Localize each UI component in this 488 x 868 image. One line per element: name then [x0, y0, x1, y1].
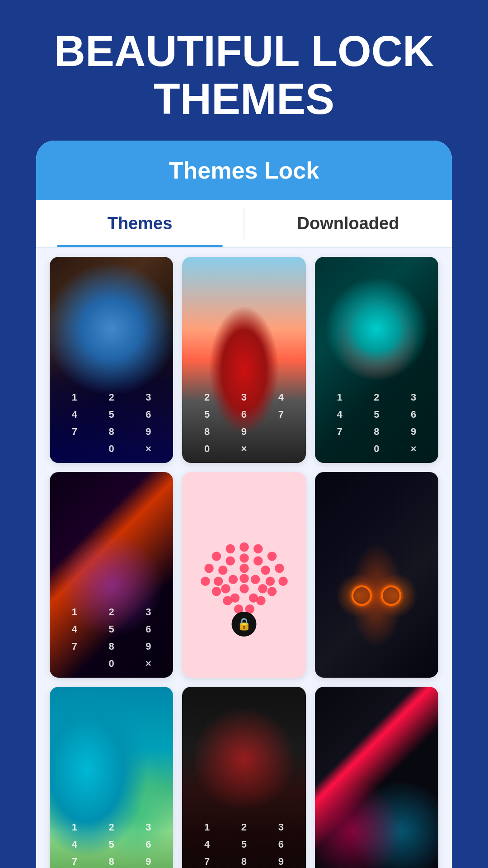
svg-point-27 — [221, 584, 230, 593]
tab-themes[interactable]: Themes — [36, 200, 244, 247]
theme-bg — [315, 472, 438, 678]
theme-card[interactable]: 🔒 — [182, 472, 305, 678]
svg-point-0 — [211, 552, 221, 561]
key: 8 — [94, 639, 129, 654]
key — [263, 424, 299, 439]
key: 4 — [189, 837, 225, 852]
svg-point-19 — [218, 566, 227, 575]
keypad: 1 2 3 4 5 6 7 8 9 0 × — [50, 820, 173, 868]
keypad: 2 3 4 5 6 7 8 9 0 × — [182, 390, 305, 457]
ring-lights — [352, 585, 401, 606]
app-title: Themes Lock — [54, 157, 434, 184]
svg-point-4 — [267, 552, 276, 561]
theme-card[interactable] — [315, 687, 438, 868]
key: 5 — [94, 407, 129, 422]
theme-bg — [315, 687, 438, 868]
svg-point-3 — [253, 544, 262, 553]
svg-point-31 — [249, 593, 258, 602]
themes-grid: 1 2 3 4 5 6 7 8 9 0 × 2 — [36, 248, 452, 868]
svg-point-9 — [211, 587, 221, 596]
key: 9 — [131, 854, 166, 868]
theme-card[interactable] — [315, 472, 438, 678]
key: 3 — [396, 390, 431, 405]
key — [263, 441, 299, 457]
key: 9 — [131, 424, 166, 439]
keypad: 1 2 3 4 5 6 7 8 9 0 × — [50, 390, 173, 457]
key: 9 — [226, 424, 262, 439]
keypad: 1 2 3 4 5 6 7 8 9 0 × — [315, 390, 438, 457]
svg-point-20 — [239, 564, 249, 573]
key: 4 — [57, 837, 92, 852]
key: 1 — [57, 390, 92, 405]
svg-point-8 — [278, 576, 287, 585]
key: 6 — [226, 407, 262, 422]
key: 8 — [189, 424, 225, 439]
key: 2 — [94, 390, 129, 405]
key: 6 — [263, 837, 299, 852]
key: 0 — [189, 441, 225, 457]
svg-point-17 — [239, 553, 249, 562]
app-header: Themes Lock — [36, 141, 452, 200]
key: 1 — [57, 820, 92, 835]
key: 1 — [322, 390, 357, 405]
key: 3 — [131, 390, 166, 405]
key: 6 — [131, 407, 166, 422]
svg-point-2 — [239, 542, 249, 552]
key: 8 — [94, 854, 129, 868]
key: 5 — [359, 407, 394, 422]
hero-title: BEAUTIFUL LOCK THEMES — [0, 0, 488, 141]
svg-point-29 — [258, 584, 267, 593]
key — [322, 441, 357, 457]
theme-card[interactable]: 1 2 3 4 5 6 7 8 9 0 × — [182, 687, 305, 868]
key — [57, 441, 92, 457]
key: 9 — [396, 424, 431, 439]
key: 3 — [226, 390, 262, 405]
svg-point-7 — [201, 576, 210, 585]
key — [57, 656, 92, 671]
key: 6 — [131, 622, 166, 637]
key: 5 — [94, 622, 129, 637]
key: 3 — [131, 604, 166, 620]
app-card: Themes Lock Themes Downloaded 1 2 3 4 5 … — [36, 141, 452, 868]
tab-downloaded[interactable]: Downloaded — [244, 200, 452, 247]
lock-icon: 🔒 — [237, 617, 251, 631]
key: 2 — [226, 820, 262, 835]
key: 0 — [94, 441, 129, 457]
key: 4 — [57, 622, 92, 637]
theme-card[interactable]: 1 2 3 4 5 6 7 8 9 0 × — [315, 257, 438, 463]
key: 7 — [57, 424, 92, 439]
key: 5 — [226, 837, 262, 852]
key: 1 — [189, 820, 225, 835]
theme-card[interactable]: 1 2 3 4 5 6 7 8 9 0 × — [50, 687, 173, 868]
svg-point-24 — [250, 575, 259, 584]
svg-point-25 — [265, 576, 274, 585]
svg-point-6 — [275, 564, 284, 573]
key: × — [131, 656, 166, 671]
key: 2 — [189, 390, 225, 405]
key: 8 — [226, 854, 262, 868]
theme-card[interactable]: 2 3 4 5 6 7 8 9 0 × — [182, 257, 305, 463]
key: 5 — [189, 407, 225, 422]
svg-point-28 — [239, 584, 249, 593]
svg-point-10 — [267, 587, 276, 596]
key: 8 — [94, 424, 129, 439]
svg-point-5 — [204, 564, 213, 573]
key: × — [131, 441, 166, 457]
svg-point-18 — [253, 556, 262, 565]
tab-bar: Themes Downloaded — [36, 200, 452, 248]
theme-card[interactable]: 1 2 3 4 5 6 7 8 9 0 × — [50, 472, 173, 678]
key: 4 — [57, 407, 92, 422]
key: 7 — [322, 424, 357, 439]
key: 7 — [57, 854, 92, 868]
key: 0 — [359, 441, 394, 457]
svg-point-26 — [239, 574, 249, 583]
key: 4 — [263, 390, 299, 405]
key: 5 — [94, 837, 129, 852]
key: 3 — [263, 820, 299, 835]
key: 4 — [322, 407, 357, 422]
key: 0 — [94, 656, 129, 671]
theme-card[interactable]: 1 2 3 4 5 6 7 8 9 0 × — [50, 257, 173, 463]
key: 9 — [131, 639, 166, 654]
svg-point-1 — [225, 544, 235, 553]
lock-circle: 🔒 — [231, 612, 256, 637]
